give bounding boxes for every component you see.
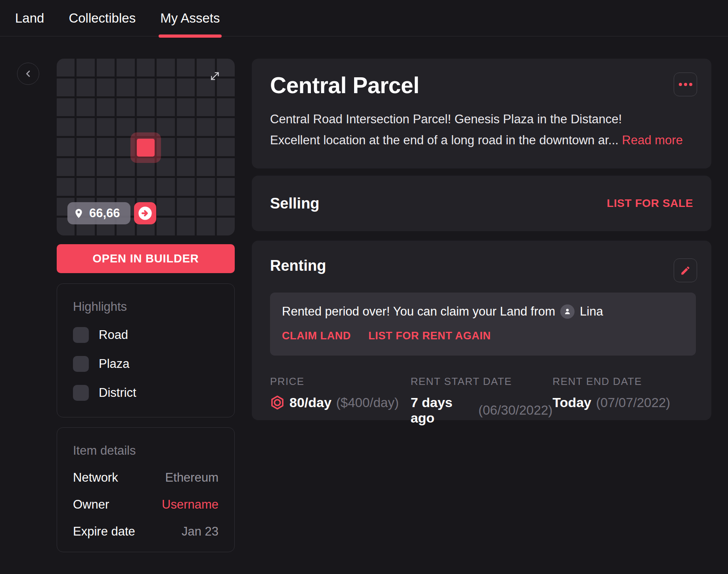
map-cell	[137, 78, 155, 96]
map-cell	[97, 98, 115, 116]
rent-start-date: (06/30/2022)	[478, 403, 552, 418]
open-in-builder-button[interactable]: OPEN IN BUILDER	[57, 244, 235, 273]
claim-land-button[interactable]: CLAIM LAND	[282, 330, 351, 342]
expire-date-value: Jan 23	[182, 524, 218, 539]
active-tab-indicator	[159, 34, 221, 38]
coordinates-label: 66,66	[89, 206, 120, 220]
map-cell	[217, 178, 235, 196]
highlights-title: Highlights	[73, 300, 218, 314]
map-cell	[177, 158, 195, 176]
rent-end-date: (07/07/2022)	[596, 395, 670, 410]
rent-notice-actions: CLAIM LAND LIST FOR RENT AGAIN	[282, 330, 684, 342]
list-for-rent-again-button[interactable]: LIST FOR RENT AGAIN	[368, 330, 491, 342]
map-cell	[197, 138, 215, 156]
map-cell	[157, 178, 174, 196]
rent-notice-message-row: Rented period over! You can claim your L…	[282, 304, 684, 319]
map-cell	[117, 78, 134, 96]
map-cell	[57, 158, 75, 176]
map-cell	[157, 118, 174, 136]
map-cell	[177, 138, 195, 156]
map-cell	[177, 98, 195, 116]
map-cell	[197, 118, 215, 136]
detail-row-owner: Owner Username	[73, 497, 218, 512]
checkbox-district-label: District	[99, 386, 136, 400]
price-stat: PRICE 80/day ($400/day)	[270, 375, 410, 426]
tab-land-label: Land	[15, 11, 44, 26]
checkbox-road[interactable]	[73, 327, 89, 343]
expand-icon	[209, 70, 221, 82]
expand-map-button[interactable]	[209, 70, 221, 82]
renting-title: Renting	[270, 257, 693, 274]
read-more-link[interactable]: Read more	[622, 133, 683, 147]
network-label: Network	[73, 471, 118, 485]
owner-value-link[interactable]: Username	[162, 497, 218, 512]
parcel-summary-card: Central Parcel Central Road Intersection…	[252, 59, 711, 168]
map-cell	[197, 198, 215, 216]
arrow-right-circle-icon	[137, 205, 153, 221]
map-cell	[77, 118, 94, 136]
mana-icon	[270, 395, 285, 410]
description-line-2: Excellent location at the end of a long …	[270, 130, 693, 151]
rent-end-label: RENT END DATE	[553, 375, 693, 388]
map-cell	[197, 158, 215, 176]
checkbox-plaza[interactable]	[73, 356, 89, 372]
selected-parcel[interactable]	[130, 132, 161, 163]
map-cell	[217, 118, 235, 136]
selected-parcel-square	[137, 139, 155, 157]
tab-land[interactable]: Land	[15, 0, 44, 36]
map-cell	[57, 118, 75, 136]
tab-my-assets-label: My Assets	[160, 11, 220, 26]
tab-my-assets[interactable]: My Assets	[160, 0, 220, 36]
rent-end-value-row: Today (07/07/2022)	[553, 395, 693, 410]
rent-start-stat: RENT START DATE 7 days ago (06/30/2022)	[410, 375, 552, 426]
left-column: 66,66 OPEN IN BUILDER Highlights Road Pl…	[57, 59, 235, 552]
selling-card: Selling LIST FOR SALE	[252, 176, 711, 231]
map-cell	[157, 78, 174, 96]
rent-notice-panel: Rented period over! You can claim your L…	[270, 293, 696, 356]
map-cell	[137, 98, 155, 116]
map-cell	[137, 59, 155, 77]
tab-collectibles[interactable]: Collectibles	[69, 0, 136, 36]
list-for-sale-button[interactable]: LIST FOR SALE	[607, 197, 693, 210]
map-cell	[97, 158, 115, 176]
back-button[interactable]	[17, 63, 39, 85]
rent-end-stat: RENT END DATE Today (07/07/2022)	[553, 375, 693, 426]
map-cell	[177, 198, 195, 216]
map-cell	[117, 59, 134, 77]
checkbox-district[interactable]	[73, 385, 89, 401]
detail-row-expire-date: Expire date Jan 23	[73, 524, 218, 539]
coordinates-badge: 66,66	[67, 202, 130, 224]
map-cell	[97, 118, 115, 136]
map-cell	[157, 198, 174, 216]
map-cell	[77, 138, 94, 156]
highlight-option-district: District	[73, 385, 218, 401]
expire-date-label: Expire date	[73, 524, 135, 539]
map-cell	[197, 218, 215, 235]
map-cell	[217, 158, 235, 176]
parcel-map-card: 66,66	[57, 59, 235, 235]
highlight-option-plaza: Plaza	[73, 356, 218, 372]
map-cell	[217, 198, 235, 216]
map-cell	[217, 218, 235, 235]
jump-in-button[interactable]	[134, 202, 156, 224]
map-cell	[77, 59, 94, 77]
edit-rent-button[interactable]	[674, 258, 697, 282]
right-column: Central Parcel Central Road Intersection…	[252, 59, 711, 420]
chevron-left-icon	[23, 68, 34, 79]
location-pin-icon	[73, 208, 84, 219]
checkbox-road-label: Road	[99, 328, 128, 342]
page-title: Central Parcel	[270, 72, 693, 98]
map-cell	[117, 178, 134, 196]
highlights-card: Highlights Road Plaza District	[57, 283, 235, 417]
map-cell	[217, 98, 235, 116]
map-cell	[177, 178, 195, 196]
item-details-card: Item details Network Ethereum Owner User…	[57, 427, 235, 552]
parcel-description: Central Road Intersection Parcel! Genesi…	[270, 109, 693, 151]
top-nav: Land Collectibles My Assets	[0, 0, 728, 36]
tab-collectibles-label: Collectibles	[69, 11, 136, 26]
price-value-row: 80/day ($400/day)	[270, 395, 410, 410]
more-options-button[interactable]	[674, 73, 697, 96]
map-cell	[137, 178, 155, 196]
rent-start-value-row: 7 days ago (06/30/2022)	[410, 395, 552, 426]
map-cell	[97, 59, 115, 77]
